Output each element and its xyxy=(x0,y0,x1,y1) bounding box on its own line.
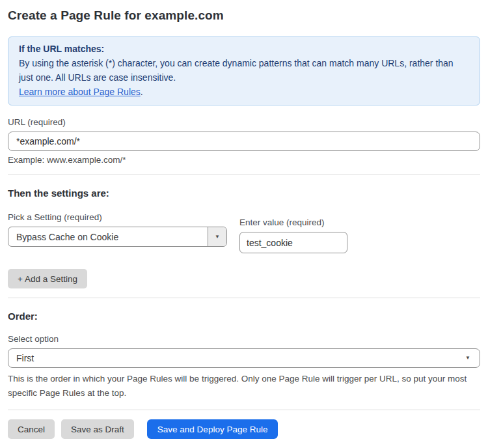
info-box-link-line: Learn more about Page Rules. xyxy=(19,85,469,99)
save-deploy-button[interactable]: Save and Deploy Page Rule xyxy=(147,419,278,439)
enter-value-label: Enter value (required) xyxy=(239,217,347,228)
info-box-body: By using the asterisk (*) character, you… xyxy=(19,56,469,85)
settings-heading: Then the settings are: xyxy=(8,188,480,199)
link-period: . xyxy=(141,87,143,97)
url-label: URL (required) xyxy=(8,117,480,128)
url-match-info-box: If the URL matches: By using the asteris… xyxy=(8,36,480,105)
caret-down-icon: ▼ xyxy=(215,234,220,240)
footer-button-row: Cancel Save as Draft Save and Deploy Pag… xyxy=(8,419,480,439)
settings-row: Pick a Setting (required) Bypass Cache o… xyxy=(8,199,480,253)
order-select-value: First xyxy=(16,353,34,363)
value-column: Enter value (required) xyxy=(239,204,347,253)
dropdown-arrow-button[interactable]: ▼ xyxy=(208,227,226,246)
info-box-heading: If the URL matches: xyxy=(19,42,469,56)
caret-down-icon: ▼ xyxy=(465,356,470,361)
setting-column: Pick a Setting (required) Bypass Cache o… xyxy=(8,199,227,247)
divider xyxy=(8,175,480,175)
save-draft-button[interactable]: Save as Draft xyxy=(61,419,134,439)
cancel-button[interactable]: Cancel xyxy=(8,419,55,439)
setting-dropdown-value: Bypass Cache on Cookie xyxy=(8,227,208,246)
divider xyxy=(8,410,480,410)
page-title: Create a Page Rule for example.com xyxy=(8,8,480,23)
create-page-rule-form: Create a Page Rule for example.com If th… xyxy=(0,0,488,439)
add-setting-button[interactable]: + Add a Setting xyxy=(8,269,87,288)
url-input[interactable] xyxy=(8,132,480,151)
pick-setting-label: Pick a Setting (required) xyxy=(8,212,227,223)
url-example-helper: Example: www.example.com/* xyxy=(8,155,480,165)
setting-value-input[interactable] xyxy=(239,232,347,253)
learn-more-link[interactable]: Learn more about Page Rules xyxy=(19,87,141,97)
order-heading: Order: xyxy=(8,311,480,322)
setting-dropdown[interactable]: Bypass Cache on Cookie ▼ xyxy=(8,227,227,247)
order-select[interactable]: First ▼ xyxy=(8,348,480,368)
divider xyxy=(8,298,480,298)
select-option-label: Select option xyxy=(8,334,480,344)
order-help-text: This is the order in which your Page Rul… xyxy=(8,372,478,400)
